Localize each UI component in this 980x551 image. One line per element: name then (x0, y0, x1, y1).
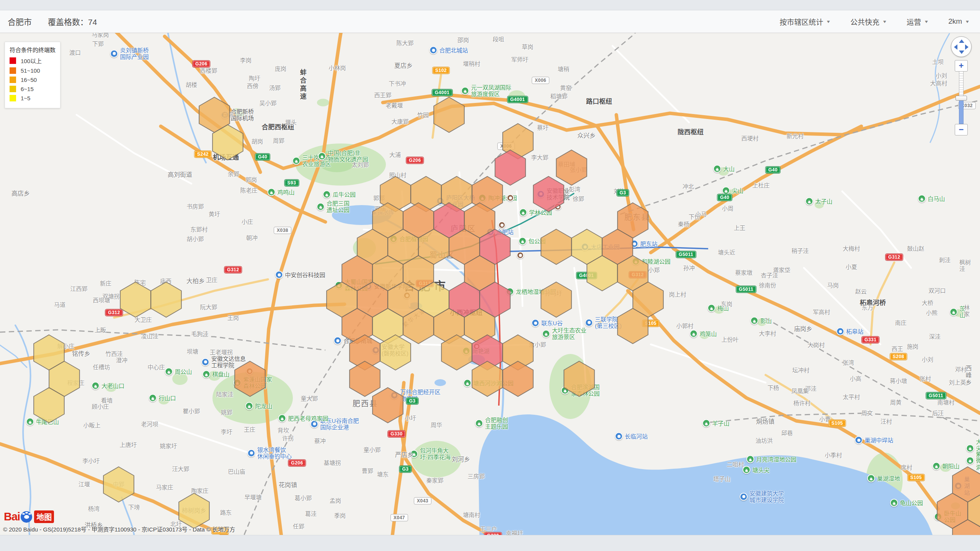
legend-label: 1~5 (21, 95, 30, 101)
toolbar-menu-1[interactable]: 公共快充▼ (850, 16, 887, 27)
menu-label: 按市辖区统计 (779, 16, 823, 27)
zoom-out-button[interactable]: − (955, 124, 968, 135)
legend-items: 100以上51~10016~506~151~5 (10, 57, 56, 101)
legend-item: 100以上 (10, 57, 56, 65)
page-bottom-strip (0, 535, 980, 551)
legend-label: 6~15 (21, 86, 34, 92)
zoom-slider: + − (955, 60, 968, 135)
legend-item: 16~50 (10, 77, 56, 83)
hex-cell[interactable] (235, 361, 265, 396)
legend-panel: 符合条件的终端数 100以上51~10016~506~151~5 (5, 42, 60, 108)
hex-cell[interactable] (151, 282, 181, 317)
hex-cell[interactable] (556, 150, 587, 185)
hex-cell[interactable] (503, 361, 533, 396)
baidu-paw-icon (21, 511, 32, 523)
legend-label: 16~50 (21, 77, 37, 83)
menu-label: 公共快充 (850, 16, 879, 27)
zoom-track-upper[interactable] (959, 72, 964, 96)
hex-cell[interactable] (120, 282, 151, 317)
hex-cell[interactable] (533, 176, 564, 212)
legend-swatch (10, 67, 16, 74)
page-top-strip (0, 0, 980, 10)
hex-cell[interactable] (541, 282, 572, 317)
zoom-in-button[interactable]: + (955, 60, 968, 72)
hex-cell[interactable] (564, 361, 595, 396)
city-title: 合肥市 (8, 16, 32, 27)
hex-cell[interactable] (103, 467, 134, 502)
baidu-logo[interactable]: Bai 地图 (4, 510, 54, 523)
menu-label: 2km (948, 17, 962, 26)
chevron-down-icon: ▼ (882, 20, 887, 24)
hex-grid-layer (0, 0, 980, 551)
hex-cell[interactable] (472, 361, 503, 396)
zoom-slider-handle[interactable] (956, 96, 967, 101)
legend-item: 51~100 (10, 67, 56, 74)
hex-cell[interactable] (350, 361, 380, 396)
pan-right-icon[interactable] (965, 44, 969, 50)
pan-up-icon[interactable] (959, 39, 964, 43)
hex-cell[interactable] (434, 97, 464, 132)
toolbar: 合肥市 覆盖格数：74 按市辖区统计▼公共快充▼运营▼2km▼ (0, 10, 980, 33)
legend-swatch (10, 77, 16, 83)
legend-title: 符合条件的终端数 (10, 46, 56, 54)
legend-item: 1~5 (10, 95, 56, 101)
legend-item: 6~15 (10, 86, 56, 92)
toolbar-menu-3[interactable]: 2km▼ (948, 17, 969, 26)
pan-down-icon[interactable] (959, 51, 964, 54)
app-window: 合肥市庐阳区蜀山区肥西县肥东县合肥西枢纽机场互通路口枢纽陇西枢纽小西冲枢纽柘皋河… (0, 0, 980, 551)
toolbar-menu-2[interactable]: 运营▼ (906, 16, 928, 27)
map-attribution: © 2020 Baidu - GS(2019)5218号 - 甲测资字11009… (3, 525, 235, 533)
toolbar-menu-0[interactable]: 按市辖区统计▼ (779, 16, 830, 27)
chevron-down-icon: ▼ (924, 20, 929, 24)
chevron-down-icon: ▼ (826, 20, 831, 24)
hex-cell[interactable] (179, 493, 209, 528)
legend-swatch (10, 57, 16, 64)
hex-cell[interactable] (372, 388, 403, 423)
legend-label: 100以上 (21, 57, 42, 65)
pan-control[interactable] (951, 36, 972, 57)
legend-swatch (10, 86, 16, 92)
menu-label: 运营 (906, 16, 921, 27)
pan-left-icon[interactable] (954, 44, 957, 50)
coverage-count: 覆盖格数：74 (48, 16, 97, 27)
zoom-track-lower[interactable] (959, 100, 964, 124)
map-nav-control: + − (951, 36, 972, 135)
legend-swatch (10, 95, 16, 101)
chevron-down-icon: ▼ (965, 20, 970, 24)
legend-label: 51~100 (21, 67, 40, 74)
toolbar-menus: 按市辖区统计▼公共快充▼运营▼2km▼ (779, 16, 969, 27)
hex-cell[interactable] (541, 229, 572, 264)
